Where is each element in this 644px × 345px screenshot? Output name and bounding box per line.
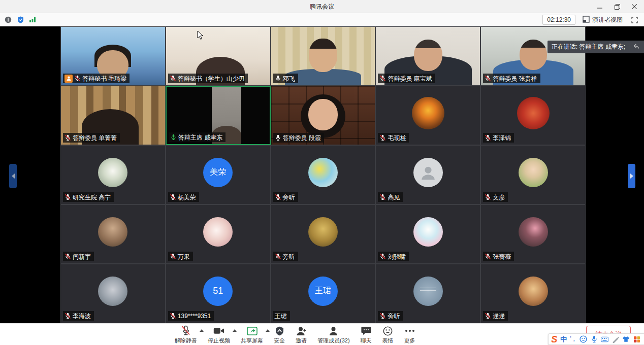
mic-muted-icon	[379, 253, 386, 260]
toolbar-emoji-button[interactable]: 表情	[382, 325, 394, 344]
participant-name-tag: 李泽锦	[483, 133, 514, 143]
toolbar-share-screen-button[interactable]: 共享屏幕	[241, 325, 263, 344]
participant-tile[interactable]: 李泽锦	[480, 86, 586, 145]
participant-tile[interactable]: 研究生院 高宁	[60, 145, 166, 204]
participant-tile[interactable]: 旁听	[271, 145, 376, 204]
participant-tile[interactable]: 万果	[166, 204, 271, 264]
participant-tile[interactable]: 逯逯	[480, 264, 586, 323]
participant-name: 高见	[388, 193, 400, 202]
participant-tile[interactable]: 答辩委员 麻宝斌	[375, 26, 480, 86]
ime-sogou-logo[interactable]: S	[551, 335, 557, 344]
participant-name: 闫新宇	[73, 252, 91, 261]
next-page-button[interactable]	[628, 164, 635, 188]
toolbar-shield-button[interactable]: 安全	[274, 325, 285, 344]
view-mode-button[interactable]: 演讲者视图	[583, 16, 623, 24]
avatar	[308, 158, 338, 187]
ime-toolbox-icon[interactable]	[633, 335, 640, 343]
bottom-toolbar: 解除静音停止视频共享屏幕安全邀请管理成员(32)聊天表情更多 结束会议 S中’，	[0, 323, 644, 345]
mouse-cursor	[197, 30, 204, 42]
participant-tile[interactable]: 王珺王珺	[271, 264, 376, 323]
participant-name-tag: 王珺	[273, 311, 290, 321]
participant-tile[interactable]: 答辩委员 单菁菁	[60, 86, 166, 145]
participant-tile[interactable]: 51139****9351	[166, 264, 271, 323]
participant-tile[interactable]: 答辩委员 段霞	[271, 86, 376, 145]
avatar	[413, 277, 443, 306]
restore-button[interactable]	[608, 0, 626, 13]
toolbar-members-button[interactable]: 管理成员(32)	[317, 325, 350, 344]
toolbar-mic-muted-button[interactable]: 解除静音	[175, 325, 197, 344]
layout-icon	[583, 16, 590, 24]
toolbar-label: 停止视频	[208, 337, 230, 344]
toolbar-label: 邀请	[296, 337, 307, 344]
speaking-toast-text: 正在讲话: 答辩主席 戚聿东;	[552, 43, 625, 51]
ime-lang-zh-icon[interactable]: 中	[560, 335, 567, 344]
participant-name: 旁听	[283, 193, 295, 202]
host-badge-icon	[65, 75, 73, 83]
participant-tile[interactable]: 答辩秘书 毛琦梁	[60, 26, 166, 86]
avatar	[203, 217, 233, 247]
caret-up-icon[interactable]	[266, 329, 270, 332]
toolbar-invite-button[interactable]: 邀请	[296, 325, 307, 344]
close-button[interactable]	[626, 0, 643, 13]
participant-tile[interactable]: 旁听	[375, 264, 480, 323]
ime-handwriting-icon[interactable]	[611, 335, 619, 343]
mic-muted-icon	[485, 313, 491, 319]
mic-muted-icon	[65, 134, 71, 141]
mic-muted-icon	[275, 253, 281, 260]
toolbar-items: 解除静音停止视频共享屏幕安全邀请管理成员(32)聊天表情更多	[175, 325, 415, 344]
participant-name-tag: 张蔷薇	[483, 252, 514, 261]
meeting-duration: 02:12:30	[542, 15, 575, 25]
window-controls	[591, 0, 643, 13]
participant-name-tag: 答辩主席 戚聿东	[169, 132, 226, 142]
mic-muted-icon	[170, 253, 176, 260]
ime-voice-icon[interactable]	[590, 335, 598, 343]
minimize-button[interactable]	[591, 0, 608, 13]
participant-name: 答辩委员 段霞	[283, 133, 321, 143]
mic-muted-icon	[170, 313, 176, 319]
participant-tile[interactable]: 邓飞	[271, 26, 376, 86]
toolbar-more-button[interactable]: 更多	[404, 325, 415, 344]
toolbar-label: 安全	[274, 337, 285, 344]
participant-tile[interactable]: 闫新宇	[60, 204, 166, 264]
participant-name-tag: 答辩委员 麻宝斌	[378, 74, 435, 83]
chevron-right-icon	[630, 174, 633, 179]
participant-tile[interactable]: 毛现桩	[375, 86, 480, 145]
collapse-arrow-icon[interactable]	[633, 43, 640, 51]
participant-tile[interactable]: 旁听	[271, 204, 376, 264]
avatar: 美荣	[203, 158, 233, 187]
toolbar-label: 表情	[382, 337, 394, 344]
caret-up-icon[interactable]	[200, 329, 204, 332]
avatar: 王珺	[308, 277, 338, 306]
video-stage: 答辩秘书 毛琦梁答辩秘书（学生）山少男邓飞答辩委员 麻宝斌答辩委员 张贵祥答辩委…	[0, 26, 644, 323]
security-shield-icon[interactable]	[16, 16, 24, 24]
participant-tile[interactable]: 答辩主席 戚聿东	[166, 86, 271, 145]
participant-tile[interactable]: 刘骁啸	[375, 204, 480, 264]
participant-tile[interactable]: 李海波	[60, 264, 166, 323]
fullscreen-button[interactable]	[630, 15, 639, 24]
participant-name: 旁听	[388, 312, 400, 321]
participant-tile[interactable]: 美荣杨美荣	[166, 145, 271, 204]
toolbar-chat-button[interactable]: 聊天	[361, 325, 372, 344]
mic-muted-icon	[379, 134, 386, 141]
ime-skin-icon[interactable]	[622, 335, 630, 343]
participant-tile[interactable]: 答辩委员 张贵祥	[480, 26, 586, 86]
participant-tile[interactable]: 文彦	[480, 145, 586, 204]
ime-punct-icon[interactable]: ’，	[570, 335, 576, 343]
prev-page-button[interactable]	[9, 164, 17, 188]
participant-tile[interactable]: 高见	[375, 145, 480, 204]
participant-name: 答辩主席 戚聿东	[178, 133, 222, 142]
ime-keyboard-icon[interactable]	[601, 335, 608, 343]
participant-name-tag: 旁听	[378, 311, 403, 321]
participant-name-tag: 邓飞	[273, 74, 298, 83]
participant-tile[interactable]: 张蔷薇	[480, 204, 586, 264]
caret-up-icon[interactable]	[233, 329, 237, 332]
toolbar-label: 管理成员(32)	[317, 337, 350, 344]
participant-tile[interactable]: 答辩秘书（学生）山少男	[166, 26, 271, 86]
toolbar-camera-button[interactable]: 停止视频	[208, 325, 230, 344]
ime-emoji-icon[interactable]	[579, 335, 587, 343]
participant-name: 答辩秘书（学生）山少男	[178, 74, 245, 83]
meeting-info-icon[interactable]	[4, 16, 12, 24]
mic-muted-icon	[65, 253, 71, 260]
network-signal-icon[interactable]	[28, 16, 37, 24]
avatar	[308, 217, 338, 247]
